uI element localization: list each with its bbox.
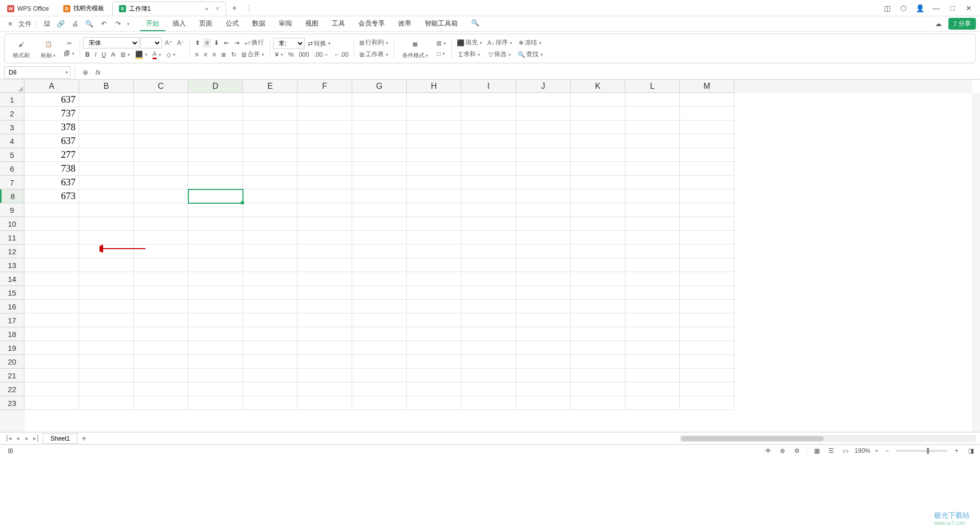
column-header[interactable]: J — [516, 80, 571, 93]
link-icon[interactable]: 🔗 — [55, 18, 67, 30]
cell[interactable] — [243, 93, 298, 107]
cell[interactable] — [625, 120, 680, 134]
cell[interactable] — [407, 355, 461, 369]
cell[interactable] — [680, 313, 734, 327]
cell[interactable] — [407, 134, 461, 148]
border-button[interactable]: ⊞▾ — [118, 50, 132, 59]
cell[interactable] — [188, 107, 243, 120]
cell[interactable] — [298, 176, 352, 189]
row-header[interactable]: 9 — [0, 203, 24, 217]
tab-workbook[interactable]: S 工作簿1 ● × — [112, 2, 226, 16]
cell[interactable] — [352, 313, 407, 327]
cell[interactable] — [352, 176, 407, 189]
cell[interactable] — [298, 313, 352, 327]
horizontal-scrollbar[interactable] — [680, 435, 976, 442]
cell[interactable] — [134, 313, 188, 327]
print-icon[interactable]: 🖨 — [69, 18, 81, 30]
cell[interactable] — [134, 162, 188, 176]
cell[interactable] — [134, 93, 188, 107]
cell[interactable] — [24, 327, 79, 341]
cell[interactable] — [625, 162, 680, 176]
cell[interactable] — [461, 107, 516, 120]
cell[interactable] — [298, 217, 352, 231]
cell[interactable] — [680, 107, 734, 120]
cell[interactable] — [516, 176, 571, 189]
cell[interactable] — [134, 300, 188, 313]
cell[interactable] — [625, 272, 680, 286]
cell[interactable] — [516, 369, 571, 382]
cell[interactable] — [680, 245, 734, 258]
cell[interactable] — [243, 355, 298, 369]
sheet-last-button[interactable]: ▸⎮ — [32, 434, 41, 443]
cell[interactable] — [625, 313, 680, 327]
cell[interactable] — [298, 120, 352, 134]
cell[interactable] — [571, 203, 625, 217]
cell[interactable] — [79, 176, 134, 189]
cell[interactable] — [516, 231, 571, 245]
cell[interactable] — [188, 341, 243, 355]
cell[interactable] — [188, 396, 243, 410]
cell[interactable] — [680, 327, 734, 341]
cell[interactable] — [134, 396, 188, 410]
orientation-button[interactable]: ↻ — [229, 50, 238, 59]
status-icon[interactable]: ⊞ — [4, 445, 16, 457]
cell[interactable] — [243, 231, 298, 245]
cell[interactable]: 737 — [24, 107, 79, 120]
column-header[interactable]: L — [625, 80, 680, 93]
cell[interactable] — [243, 327, 298, 341]
cell[interactable] — [407, 93, 461, 107]
close-icon[interactable]: ● — [205, 5, 208, 12]
zoom-in-button[interactable]: + — [951, 446, 962, 456]
cell[interactable] — [243, 286, 298, 300]
cell[interactable] — [352, 134, 407, 148]
cell[interactable] — [516, 245, 571, 258]
align-top-button[interactable]: ⬆ — [193, 38, 202, 47]
bold-button[interactable]: B — [83, 50, 92, 59]
cell[interactable] — [352, 327, 407, 341]
save-icon[interactable]: 🖫 — [40, 18, 53, 30]
wrap-button[interactable]: ⮐ 换行 — [242, 37, 266, 48]
cell[interactable] — [24, 272, 79, 286]
view-normal-button[interactable]: ▦ — [812, 446, 822, 456]
cell[interactable] — [79, 327, 134, 341]
cell[interactable] — [243, 300, 298, 313]
cell[interactable] — [680, 120, 734, 134]
cell[interactable] — [352, 203, 407, 217]
paste-button[interactable]: 📋粘贴▾ — [39, 37, 58, 60]
cell[interactable] — [407, 369, 461, 382]
cell[interactable] — [407, 272, 461, 286]
cell[interactable] — [680, 355, 734, 369]
font-size-select[interactable]: 11 — [140, 37, 162, 49]
cell[interactable] — [680, 272, 734, 286]
cell[interactable] — [134, 107, 188, 120]
row-header[interactable]: 14 — [0, 272, 24, 286]
cell[interactable] — [516, 355, 571, 369]
cell[interactable] — [134, 286, 188, 300]
cell[interactable] — [188, 189, 243, 203]
chevron-down-icon[interactable]: ▾ — [127, 21, 130, 27]
redo-icon[interactable]: ↷ — [112, 18, 124, 30]
cell[interactable] — [352, 272, 407, 286]
cell[interactable] — [407, 203, 461, 217]
cell[interactable] — [407, 396, 461, 410]
cell[interactable] — [516, 396, 571, 410]
vertical-scrollbar[interactable] — [972, 93, 980, 432]
cell[interactable] — [461, 396, 516, 410]
row-header[interactable]: 17 — [0, 313, 24, 327]
menu-tab-data[interactable]: 数据 — [246, 17, 272, 31]
align-bottom-button[interactable]: ⬇ — [212, 38, 221, 47]
cell[interactable] — [24, 203, 79, 217]
cell[interactable] — [298, 134, 352, 148]
add-tab-button[interactable]: + — [227, 4, 242, 13]
column-header[interactable]: M — [680, 80, 734, 93]
cell[interactable] — [680, 382, 734, 396]
cell[interactable] — [243, 245, 298, 258]
cell[interactable] — [407, 176, 461, 189]
align-center-button[interactable]: ≡ — [202, 50, 209, 59]
fill-color-button[interactable]: ⬛▾ — [133, 50, 150, 60]
cell[interactable] — [625, 134, 680, 148]
cell[interactable] — [134, 217, 188, 231]
cell[interactable] — [571, 176, 625, 189]
sidebar-icon[interactable]: ◨ — [966, 446, 976, 456]
close-icon[interactable]: × — [216, 5, 219, 12]
